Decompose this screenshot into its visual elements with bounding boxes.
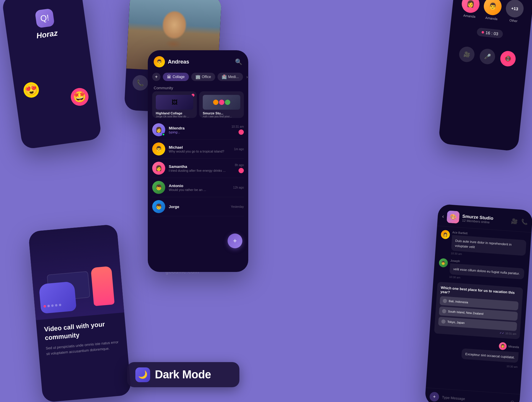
emoji-button[interactable]: ☺ — [510, 399, 515, 402]
avatar-joseph: 👨 — [439, 258, 448, 268]
chat-info-jorge: Jorge — [169, 205, 227, 209]
collage-icon: 🏛 — [167, 74, 171, 79]
avatar-name-other: Other — [509, 18, 518, 23]
status-milendra: typing... — [169, 130, 228, 134]
dark-mode-label: Dark Mode — [155, 368, 211, 381]
dot-5 — [59, 304, 61, 306]
back-button[interactable]: ‹ — [442, 213, 444, 219]
name-antonio: Antonio — [169, 184, 230, 188]
phone-group-call: 👩 Amanda 👨 Amanda +13 Other 16 : 03 🎥 🎤 … — [438, 0, 532, 152]
media-icon: 🏥 — [222, 74, 227, 79]
phone-group-chat: ‹ 🎨 Smurze Studio 12 Members online 🎥 📞 … — [425, 204, 532, 402]
dot-3 — [51, 304, 54, 307]
poll-radio-nz — [442, 309, 446, 313]
video-call-icon[interactable]: 🎥 — [511, 218, 518, 225]
community-card-smurze[interactable]: Smurze Stu... Ash i see you find your... — [199, 91, 244, 118]
onboard-description: Sed ut perspiciatis unde omnis iste natu… — [46, 339, 120, 357]
phone-horaz: Q! Horaz 😍 🤩 — [1, 0, 102, 150]
mic-button[interactable]: 🎤 — [479, 48, 496, 65]
illus-person — [91, 266, 115, 306]
meta-jorge: Yesterday — [231, 205, 244, 208]
gchat-messages: 👩 Ace Bartlett Duis aute irure dolor in … — [426, 226, 531, 394]
highland-msg: Jorge Ok sool like how do ... — [156, 115, 193, 118]
msg-content-joseph: Joseph velit esse cillum dolore eu fugia… — [449, 259, 525, 283]
avatar-amanda1: 👩 — [461, 0, 480, 14]
meta-samantha: 8h ago — [235, 163, 244, 173]
avatar-name-amanda1: Amanda — [463, 14, 476, 18]
poll-label-nz: South Island, New Zealand — [448, 310, 484, 315]
chat-item-antonio[interactable]: 👦 Antonio Would you rather be an ... 12h… — [152, 178, 244, 197]
user-name: Andreas — [168, 59, 189, 65]
group-call-controls: 🎥 🎤 📵 — [446, 39, 528, 74]
s-av1 — [213, 100, 218, 105]
search-icon[interactable]: 🔍 — [235, 58, 242, 65]
avatar-samantha: 👩 — [152, 162, 165, 175]
name-milendra: Milendra — [169, 126, 228, 130]
poll-label-bali: Bali, Indonesia — [449, 299, 468, 304]
attach-button[interactable]: + — [429, 392, 439, 402]
audio-toggle-button[interactable]: 📞 — [132, 75, 148, 91]
dark-mode-icon: 🌙 — [135, 367, 150, 382]
tabs-arrow[interactable]: › — [246, 74, 248, 79]
chat-list: 👩 Milendra typing... 10:31 am 👨 Michael … — [148, 120, 248, 216]
dot-2 — [47, 305, 50, 307]
chat-item-milendra[interactable]: 👩 Milendra typing... 10:31 am — [152, 120, 244, 140]
smurze-thumb — [203, 95, 240, 110]
avatar-antonio: 👦 — [152, 181, 165, 194]
add-tab-button[interactable]: + — [152, 73, 160, 81]
onboard-text-area: Video call with your community Sed ut pe… — [36, 312, 128, 364]
meta-antonio: 12h ago — [233, 186, 244, 189]
group-avatar: 🎨 — [447, 210, 460, 224]
chat-info-antonio: Antonio Would you rather be an ... — [169, 184, 230, 192]
phone-call-icon[interactable]: 📞 — [521, 218, 528, 225]
community-grid: 🖼 Highland Collage Jorge Ok sool like ho… — [148, 91, 248, 120]
highland-image: 🖼 — [156, 95, 193, 110]
community-section-label: Community — [148, 83, 248, 91]
time-miranda: 10:30 am — [506, 365, 518, 369]
logo-area: Q! Horaz — [1, 0, 87, 45]
tab-collage-label: Collage — [173, 75, 185, 79]
compose-fab-button[interactable]: + — [228, 234, 242, 248]
logo-icon: Q! — [35, 8, 55, 28]
seen-icon: ✓✓ — [499, 331, 505, 335]
avatar-item-other: +13 Other — [505, 0, 525, 23]
phone-chat-list: 👨 Andreas 🔍 + 🏛 Collage 🏢 Office 🏥 Medi.… — [148, 50, 248, 272]
smurze-name: Smurze Stu... — [203, 111, 240, 115]
avatar-amanda2: 👨 — [483, 0, 502, 16]
dark-mode-banner: 🌙 Dark Mode — [127, 362, 239, 387]
message-input[interactable]: Type Message — [442, 395, 507, 402]
poll-time-value: 10:31 am — [505, 332, 516, 335]
tab-media[interactable]: 🏥 Medi... — [218, 73, 243, 81]
chat-item-samantha[interactable]: 👩 Samantha I tried dusting after five en… — [152, 159, 244, 178]
sender-miranda: Miranda — [508, 345, 519, 348]
name-michael: Michael — [169, 145, 231, 150]
poll-message: Which one best place for us to vacation … — [434, 282, 523, 339]
poll-radio-tokyo — [441, 319, 446, 324]
s-av2 — [219, 100, 224, 105]
tab-collage[interactable]: 🏛 Collage — [163, 73, 189, 81]
msg-joseph: 👨 Joseph velit esse cillum dolore eu fug… — [438, 258, 525, 283]
name-samantha: Samantha — [169, 164, 231, 169]
time-milendra: 10:31 am — [231, 125, 244, 128]
header-left: 👨 Andreas — [154, 56, 189, 67]
phone-onboarding: Skip › Video call with your community Se… — [28, 224, 131, 402]
tab-media-label: Medi... — [228, 75, 239, 79]
unread-milendra — [239, 129, 244, 135]
highland-thumb: 🖼 — [156, 95, 193, 110]
chat-item-jorge[interactable]: 👦 Jorge Yesterday — [152, 197, 244, 216]
msg-content-ace: Ace Bartlett Duis aute irure dolor in re… — [451, 231, 527, 260]
avatar-jorge: 👦 — [152, 200, 165, 213]
video-button[interactable]: 🎥 — [458, 46, 475, 63]
preview-antonio: Would you rather be an ... — [169, 188, 230, 192]
dot-1 — [43, 305, 46, 308]
tab-office-label: Office — [202, 75, 211, 79]
onboard-title: Video call with your community — [44, 319, 119, 342]
community-card-highland[interactable]: 🖼 Highland Collage Jorge Ok sool like ho… — [152, 91, 197, 118]
tab-office[interactable]: 🏢 Office — [191, 73, 215, 81]
timer-value: 16 : 03 — [485, 30, 498, 36]
end-group-call-button[interactable]: 📵 — [499, 50, 516, 67]
s-av3 — [225, 100, 230, 105]
category-tabs: + 🏛 Collage 🏢 Office 🏥 Medi... › — [148, 70, 248, 83]
dot-4 — [55, 304, 58, 307]
chat-item-michael[interactable]: 👨 Michael Why would you go to a tropical… — [152, 140, 244, 159]
